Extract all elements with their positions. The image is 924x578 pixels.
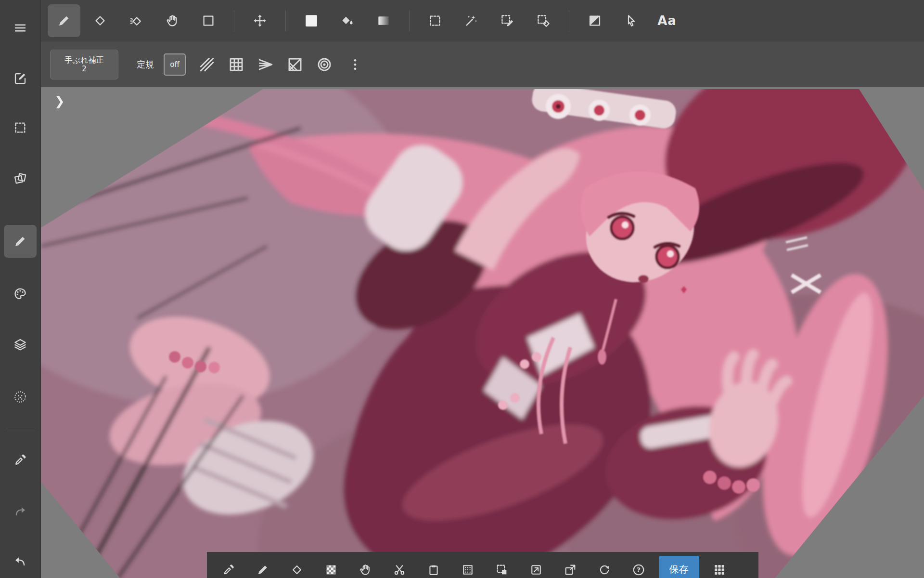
pen-tool-button[interactable] — [48, 4, 80, 37]
ruler-off-button[interactable]: off — [164, 53, 186, 76]
move-tool-button[interactable] — [244, 4, 276, 37]
hand-icon — [165, 13, 180, 28]
export-button[interactable] — [522, 556, 550, 578]
transform-rotate-button[interactable] — [4, 162, 37, 195]
screentone-button[interactable] — [4, 381, 37, 413]
top-toolbar: Aa — [41, 0, 924, 41]
ruler-diagonal-split-button[interactable] — [282, 52, 308, 77]
canvas-artwork[interactable] — [41, 87, 924, 578]
select-eraser-button[interactable] — [527, 4, 560, 37]
halftone-pattern-button[interactable] — [454, 556, 482, 578]
diagonal-split-icon — [287, 56, 303, 73]
select-rectangle-button[interactable] — [419, 4, 451, 37]
eyedropper-icon — [13, 453, 27, 467]
pen-icon — [57, 13, 71, 28]
bottom-pen-button[interactable] — [249, 556, 277, 578]
grid-ruler-icon — [228, 56, 244, 73]
ruler-label: 定規 — [137, 59, 154, 70]
undo-icon — [13, 554, 27, 568]
magic-wand-icon — [464, 13, 478, 28]
select-pen-button[interactable] — [491, 4, 524, 37]
cut-button[interactable] — [385, 556, 413, 578]
clipboard-button[interactable] — [420, 556, 448, 578]
text-tool-button[interactable]: Aa — [651, 4, 683, 37]
lasso-eraser-button[interactable] — [120, 4, 153, 37]
redo-icon — [13, 504, 27, 518]
save-button[interactable]: 保存 — [659, 556, 699, 578]
reset-rotation-button[interactable] — [590, 556, 618, 578]
menu-icon — [13, 21, 27, 35]
select-rectangle-icon — [428, 13, 442, 28]
share-window-icon — [564, 563, 577, 577]
select-tool-button[interactable] — [4, 111, 37, 144]
gradient-tool-button[interactable] — [367, 4, 400, 37]
redo-button[interactable] — [4, 495, 37, 527]
eraser-icon — [93, 13, 107, 28]
export-icon — [529, 563, 543, 577]
magic-wand-button[interactable] — [455, 4, 488, 37]
eraser-icon — [290, 563, 304, 577]
brush-icon — [13, 234, 27, 249]
move-icon — [253, 13, 267, 28]
ruler-off-label: off — [170, 60, 180, 69]
palette-button[interactable] — [4, 277, 37, 310]
paint-app: Aa 手ぶれ補正 2 定規 off — [0, 0, 924, 578]
layers-button[interactable] — [4, 328, 37, 361]
gradient-icon — [376, 13, 391, 28]
ruler-fan-button[interactable] — [253, 52, 278, 77]
ruler-mode-group — [194, 52, 337, 77]
toolbar-divider — [569, 10, 569, 31]
bottom-eraser-button[interactable] — [283, 556, 311, 578]
fan-lines-icon — [257, 56, 274, 73]
layers-icon — [13, 337, 27, 352]
sidebar — [0, 0, 41, 578]
transparent-color-button[interactable] — [317, 556, 345, 578]
sub-toolbar: 手ぶれ補正 2 定規 off — [41, 41, 924, 87]
bottom-toolbar: ? 保存 — [207, 552, 758, 578]
select-rectangle-icon — [13, 120, 27, 135]
brush-tool-button[interactable] — [4, 225, 37, 258]
paste-selection-icon — [495, 563, 509, 577]
artwork-illustration — [41, 87, 924, 578]
eyedropper-button[interactable] — [4, 444, 37, 476]
share-window-button[interactable] — [556, 556, 584, 578]
canvas-divide-icon — [588, 13, 602, 28]
transform-rotate-icon — [13, 171, 27, 186]
transparent-checker-icon — [324, 563, 338, 577]
help-button[interactable]: ? — [625, 556, 653, 578]
ruler-diagonal-button[interactable] — [194, 52, 219, 77]
eyedropper-icon — [222, 563, 235, 577]
concentric-circles-icon — [316, 56, 333, 73]
menu-grid-button[interactable] — [706, 556, 733, 578]
color-swatch-button[interactable] — [295, 4, 328, 37]
panel-expand-button[interactable]: ❯ — [54, 94, 65, 108]
ruler-grid-button[interactable] — [224, 52, 249, 77]
menu-button[interactable] — [4, 12, 37, 44]
halftone-pattern-icon — [461, 563, 475, 577]
fill-bucket-icon — [340, 13, 355, 28]
svg-text:?: ? — [636, 565, 640, 574]
scissors-icon — [393, 563, 406, 577]
lasso-eraser-icon — [129, 13, 143, 28]
canvas-divide-button[interactable] — [578, 4, 611, 37]
ruler-concentric-button[interactable] — [312, 52, 337, 77]
sidebar-divider — [6, 428, 35, 428]
more-vertical-icon — [348, 57, 362, 72]
edit-canvas-button[interactable] — [4, 62, 37, 95]
bottom-hand-button[interactable] — [351, 556, 379, 578]
stabilization-label: 手ぶれ補正 — [65, 55, 104, 65]
shape-tool-button[interactable] — [192, 4, 225, 37]
more-options-button[interactable] — [345, 52, 366, 77]
fill-tool-button[interactable] — [331, 4, 364, 37]
stabilization-button[interactable]: 手ぶれ補正 2 — [50, 50, 118, 79]
reset-rotation-icon — [598, 563, 611, 577]
clipboard-icon — [427, 563, 440, 577]
paste-selection-button[interactable] — [488, 556, 516, 578]
edit-icon — [13, 71, 27, 86]
toolbar-divider — [409, 10, 410, 31]
eraser-tool-button[interactable] — [84, 4, 116, 37]
hand-tool-button[interactable] — [156, 4, 189, 37]
bottom-eyedropper-button[interactable] — [215, 556, 243, 578]
undo-button[interactable] — [4, 545, 37, 578]
cursor-tool-button[interactable] — [615, 4, 647, 37]
